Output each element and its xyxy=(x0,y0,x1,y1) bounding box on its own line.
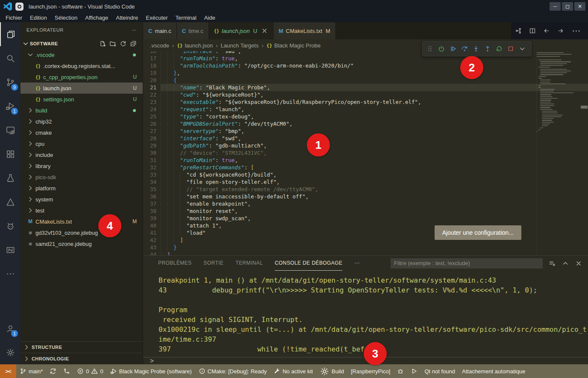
status-auto-attach[interactable]: Attachement automatique xyxy=(459,364,529,378)
tree-item--vscode[interactable]: .vscode xyxy=(21,49,143,60)
section-header-chronologie[interactable]: CHRONOLOGIE xyxy=(21,353,143,364)
status-debug-config[interactable]: Black Magic Probe (software) xyxy=(107,364,195,378)
activity-cmake-tools[interactable] xyxy=(0,190,21,214)
more-button[interactable] xyxy=(516,43,528,55)
collapse-all-icon[interactable] xyxy=(130,40,137,47)
close-icon[interactable] xyxy=(261,27,268,34)
menu-aide[interactable]: Aide xyxy=(200,13,219,22)
tree-item-cmakelists-txt[interactable]: MCMakeLists.txtM xyxy=(21,216,143,227)
activity-explorer[interactable] xyxy=(0,22,21,46)
continue-button[interactable] xyxy=(447,43,459,55)
ellipsis-icon[interactable] xyxy=(571,26,581,36)
tree-item-library[interactable]: library xyxy=(21,160,143,171)
tree-item-cpu[interactable]: cpu xyxy=(21,138,143,149)
tree-item-cmake[interactable]: cmake xyxy=(21,127,143,138)
tree-item-c-cpp-properties-json[interactable]: {}c_cpp_properties.jsonU xyxy=(21,71,143,83)
panel-tab-problèmes[interactable]: PROBLÈMES xyxy=(158,256,191,271)
tree-item--cortex-debug-registers-stat-[interactable]: {}.cortex-debug.registers.stat... xyxy=(21,60,143,71)
tab-time-c[interactable]: Ctime.c xyxy=(177,22,209,39)
breadcrumb-item[interactable]: .vscode xyxy=(150,42,169,49)
activity-run-and-debug[interactable]: 1 xyxy=(0,94,21,118)
split-editor-icon[interactable] xyxy=(529,27,536,34)
panel-tab-console-de-débogage[interactable]: CONSOLE DE DÉBOGAGE xyxy=(275,256,342,271)
breadcrumb-item[interactable]: {}launch.json xyxy=(177,42,213,49)
editor-scrollbar[interactable] xyxy=(580,51,588,255)
status-problems[interactable]: 00 xyxy=(74,364,106,378)
activity-manage[interactable] xyxy=(0,340,21,364)
maximize-button[interactable]: ◻ xyxy=(562,2,573,11)
close-icon[interactable] xyxy=(575,260,582,267)
menu-sélection[interactable]: Sélection xyxy=(51,13,81,22)
status-sync[interactable] xyxy=(46,364,60,378)
scrollbar-thumb[interactable] xyxy=(581,106,588,109)
stop-button[interactable] xyxy=(505,43,516,55)
menu-fichier[interactable]: Fichier xyxy=(2,13,26,22)
status-cmake-status[interactable]: CMake: [Debug]: Ready xyxy=(195,364,270,378)
status-launch-target[interactable] xyxy=(407,364,421,378)
activity-more-views[interactable] xyxy=(0,262,21,286)
close-button[interactable]: ✕ xyxy=(574,2,585,11)
section-header-software[interactable]: SOFTWARE xyxy=(21,38,143,49)
refresh-icon[interactable] xyxy=(120,40,126,47)
tree-item-launch-json[interactable]: {}launch.jsonU xyxy=(21,83,143,94)
status-debug-target[interactable] xyxy=(394,364,407,378)
activity-platformio[interactable] xyxy=(0,214,21,238)
tree-item-gd32vf103-ozone-jdebug[interactable]: ≡gd32vf103_ozone.jdebug xyxy=(21,227,143,238)
console-filter-input[interactable] xyxy=(391,258,543,269)
step-into-button[interactable] xyxy=(470,43,482,55)
tree-item-samd21-ozone-jdebug[interactable]: ≡samd21_ozone.jdebug xyxy=(21,238,143,249)
status-remote[interactable]: >< xyxy=(0,364,16,378)
menu-edition[interactable]: Edition xyxy=(26,13,51,22)
tree-item-build[interactable]: build xyxy=(21,105,143,116)
tab-cmakelists-txt[interactable]: MCMakeLists.txtM xyxy=(273,22,336,39)
activity-search[interactable] xyxy=(0,46,21,70)
menu-atteindre[interactable]: Atteindre xyxy=(112,13,142,22)
panel-tab-sortie[interactable]: SORTIE xyxy=(203,256,223,271)
restart-button[interactable] xyxy=(493,43,505,55)
tree-item-settings-json[interactable]: {}settings.jsonU xyxy=(21,94,143,105)
activity-nx-console[interactable] xyxy=(0,238,21,262)
new-folder-icon[interactable] xyxy=(109,40,116,47)
status-git-graph[interactable] xyxy=(60,364,74,378)
add-configuration-button[interactable]: Ajouter une configuration... xyxy=(435,225,521,240)
activity-testing[interactable] xyxy=(0,166,21,190)
step-over-button[interactable] xyxy=(459,43,470,55)
tree-item-chip32[interactable]: chip32 xyxy=(21,116,143,127)
tree-item-pico-sdk[interactable]: pico-sdk xyxy=(21,171,143,183)
activity-extensions[interactable] xyxy=(0,142,21,166)
new-file-icon[interactable] xyxy=(99,40,106,47)
tab-main-c[interactable]: Cmain.c xyxy=(143,22,177,39)
code-editor[interactable]: 16 "interface": "swd",17 "runToMain": tr… xyxy=(143,51,588,255)
sidebar-more-icon[interactable]: ⋯ xyxy=(132,27,137,33)
tree-item-system[interactable]: system xyxy=(21,194,143,205)
breadcrumb-item[interactable]: Launch Targets xyxy=(221,42,259,49)
arrow-right-icon[interactable] xyxy=(557,27,564,34)
breadcrumb-item[interactable]: {}Black Magic Probe xyxy=(267,42,321,49)
tree-item-include[interactable]: include xyxy=(21,149,143,160)
activity-accounts[interactable]: 1 xyxy=(0,316,21,340)
panel-tab-terminal[interactable]: TERMINAL xyxy=(235,256,263,271)
minimap[interactable] xyxy=(537,52,579,133)
step-out-button[interactable] xyxy=(482,43,493,55)
tree-item-test[interactable]: test xyxy=(21,205,143,216)
tab-launch-json[interactable]: {}launch.jsonU xyxy=(209,22,273,39)
open-changes-icon[interactable] xyxy=(515,27,522,34)
menu-terminal[interactable]: Terminal xyxy=(172,13,200,22)
activity-source-control[interactable]: 9 xyxy=(0,70,21,94)
panel-more-icon[interactable]: ⋯ xyxy=(354,256,359,271)
reset-button[interactable] xyxy=(435,43,447,55)
chevron-up-icon[interactable] xyxy=(562,260,569,267)
section-header-structure[interactable]: STRUCTURE xyxy=(21,341,143,353)
status-branch[interactable]: main* xyxy=(16,364,46,378)
status-build[interactable]: Build xyxy=(316,364,347,378)
tree-item-platform[interactable]: platform xyxy=(21,183,143,194)
status-build-variant[interactable]: [RaspberryPico] xyxy=(347,364,394,378)
minimize-button[interactable]: ─ xyxy=(550,2,561,11)
arrow-left-icon[interactable] xyxy=(543,27,550,34)
menu-exécuter[interactable]: Exécuter xyxy=(142,13,171,22)
clear-console-icon[interactable] xyxy=(549,260,556,267)
menu-affichage[interactable]: Affichage xyxy=(81,13,112,22)
status-active-kit[interactable]: No active kit xyxy=(270,364,316,378)
activity-remote-explorer[interactable] xyxy=(0,118,21,142)
status-qt-status[interactable]: Qt not found xyxy=(421,364,459,378)
